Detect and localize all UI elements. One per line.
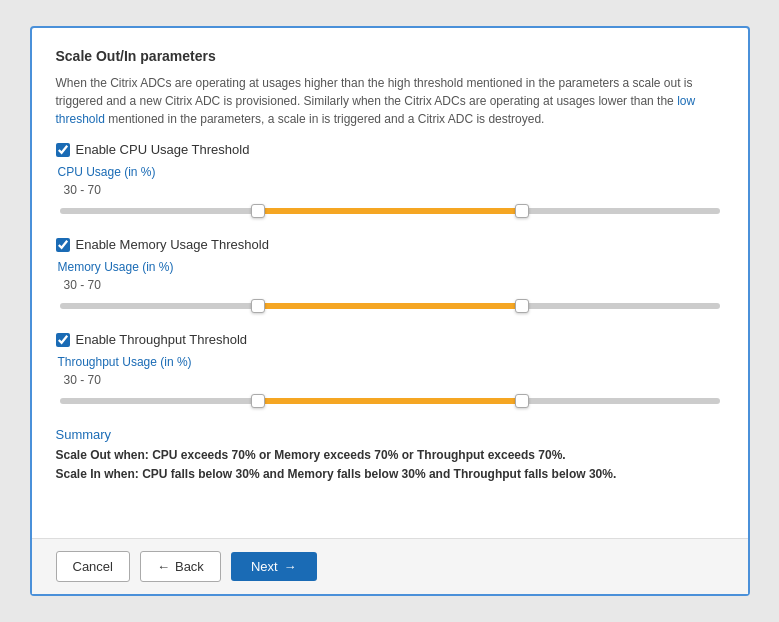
memory-enable-checkbox[interactable] [56,238,70,252]
memory-slider-fill [258,303,522,309]
next-button-label: Next [251,559,278,574]
throughput-slider[interactable] [60,391,720,411]
dialog-container: Scale Out/In parameters When the Citrix … [30,26,750,596]
memory-slider-thumb-high[interactable] [515,299,529,313]
dialog-footer: Cancel Back Next [32,538,748,594]
summary-line1: Scale Out when: CPU exceeds 70% or Memor… [56,448,566,462]
back-button-label: Back [175,559,204,574]
cpu-section: Enable CPU Usage Threshold CPU Usage (in… [56,142,724,221]
throughput-slider-thumb-high[interactable] [515,394,529,408]
next-button[interactable]: Next [231,552,317,581]
throughput-checkbox-label: Enable Throughput Threshold [76,332,248,347]
throughput-checkbox-row: Enable Throughput Threshold [56,332,724,347]
memory-checkbox-label: Enable Memory Usage Threshold [76,237,269,252]
throughput-usage-label: Throughput Usage (in %) [58,355,724,369]
throughput-range-value: 30 - 70 [64,373,724,387]
cpu-slider-thumb-high[interactable] [515,204,529,218]
cpu-enable-checkbox[interactable] [56,143,70,157]
back-button[interactable]: Back [140,551,221,582]
summary-line2: Scale In when: CPU falls below 30% and M… [56,467,617,481]
memory-usage-label: Memory Usage (in %) [58,260,724,274]
cpu-usage-label: CPU Usage (in %) [58,165,724,179]
cpu-slider-fill [258,208,522,214]
cpu-range-value: 30 - 70 [64,183,724,197]
throughput-enable-checkbox[interactable] [56,333,70,347]
summary-text: Scale Out when: CPU exceeds 70% or Memor… [56,446,724,484]
memory-checkbox-row: Enable Memory Usage Threshold [56,237,724,252]
memory-section: Enable Memory Usage Threshold Memory Usa… [56,237,724,316]
cpu-slider-thumb-low[interactable] [251,204,265,218]
cpu-slider[interactable] [60,201,720,221]
cpu-checkbox-row: Enable CPU Usage Threshold [56,142,724,157]
next-arrow-icon [284,559,297,574]
cpu-checkbox-label: Enable CPU Usage Threshold [76,142,250,157]
throughput-slider-thumb-low[interactable] [251,394,265,408]
dialog-title: Scale Out/In parameters [56,48,724,64]
dialog-body: Scale Out/In parameters When the Citrix … [32,28,748,538]
description-text: When the Citrix ADCs are operating at us… [56,74,724,128]
memory-slider-thumb-low[interactable] [251,299,265,313]
memory-range-value: 30 - 70 [64,278,724,292]
back-arrow-icon [157,559,170,574]
summary-title: Summary [56,427,724,442]
throughput-section: Enable Throughput Threshold Throughput U… [56,332,724,411]
cancel-button[interactable]: Cancel [56,551,130,582]
memory-slider[interactable] [60,296,720,316]
summary-section: Summary Scale Out when: CPU exceeds 70% … [56,427,724,484]
throughput-slider-fill [258,398,522,404]
